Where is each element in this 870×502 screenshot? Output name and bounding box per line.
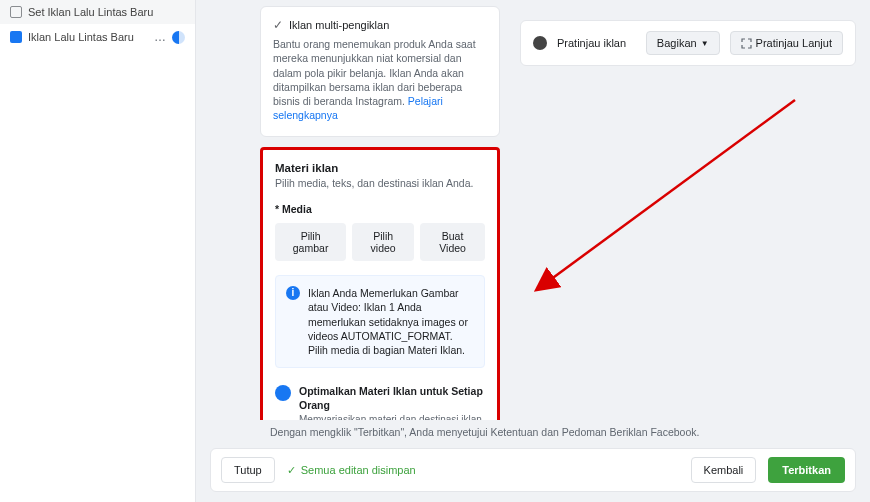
svg-line-0 [550,100,795,280]
chevron-down-icon: ▼ [701,39,709,48]
preview-label: Pratinjau iklan [557,37,636,49]
share-dropdown-button[interactable]: Bagikan▼ [646,31,720,55]
multi-body: Bantu orang menemukan produk Anda saat m… [273,37,487,122]
consent-text: Dengan mengklik "Terbitkan", Anda menyet… [210,420,856,448]
footer-bar: Tutup ✓ Semua editan disimpan Kembali Te… [210,448,856,492]
annotation-arrow-icon [530,90,810,300]
media-required-info: i Iklan Anda Memerlukan Gambar atau Vide… [275,275,485,368]
advanced-preview-button[interactable]: Pratinjau Lanjut [730,31,843,55]
sidebar-adset-header[interactable]: Set Iklan Lalu Lintas Baru [0,0,195,24]
adset-icon [10,6,22,18]
preview-bar: Pratinjau iklan Bagikan▼ Pratinjau Lanju… [520,20,856,66]
choose-image-button[interactable]: Pilih gambar [275,223,346,261]
optimize-toggle[interactable] [275,385,291,401]
choose-video-button[interactable]: Pilih video [352,223,414,261]
sidebar-status-icon[interactable] [172,31,185,44]
multi-title: Iklan multi-pengiklan [289,18,389,33]
avatar-placeholder-icon [533,36,547,50]
sidebar-more-icon[interactable]: … [154,30,166,44]
saved-status: ✓ Semua editan disimpan [287,464,416,477]
close-button[interactable]: Tutup [221,457,275,483]
sidebar-adset-label: Set Iklan Lalu Lintas Baru [28,6,153,18]
info-icon: i [286,286,300,300]
media-label: * Media [275,203,485,215]
info-text: Iklan Anda Memerlukan Gambar atau Video:… [308,286,474,357]
footer: Dengan mengklik "Terbitkan", Anda menyet… [196,420,870,502]
ad-icon [10,31,22,43]
checkmark-icon: ✓ [273,17,283,33]
optimize-title: Optimalkan Materi Iklan untuk Setiap Ora… [299,384,485,412]
sidebar-ad-item[interactable]: Iklan Lalu Lintas Baru … [0,24,195,50]
publish-button[interactable]: Terbitkan [768,457,845,483]
left-sidebar: Set Iklan Lalu Lintas Baru Iklan Lalu Li… [0,0,196,502]
expand-icon [741,38,752,49]
checkmark-icon: ✓ [287,464,296,477]
make-video-button[interactable]: Buat Video [420,223,485,261]
sidebar-ad-actions: … [154,30,185,44]
multi-advertiser-card: ✓ Iklan multi-pengiklan Bantu orang mene… [260,6,500,137]
back-button[interactable]: Kembali [691,457,757,483]
main-area: ✓ Iklan multi-pengiklan Bantu orang mene… [196,0,870,502]
sidebar-ad-label: Iklan Lalu Lintas Baru [28,31,134,43]
materi-sub: Pilih media, teks, dan destinasi iklan A… [275,177,485,189]
materi-title: Materi iklan [275,162,485,174]
